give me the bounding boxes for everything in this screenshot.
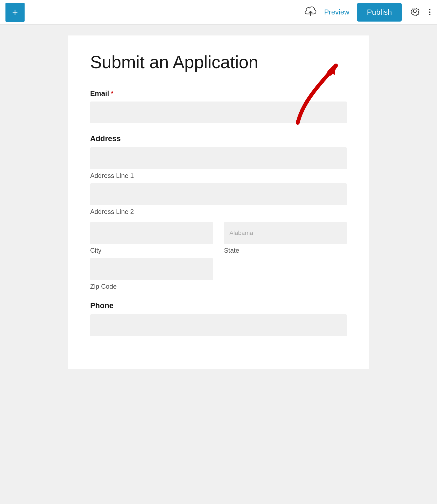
form-title: Submit an Application: [90, 52, 347, 73]
address-line2-input[interactable]: [90, 183, 347, 205]
content-wrapper: Submit an Application Email * Address Ad…: [0, 25, 437, 504]
email-field-group: Email *: [90, 89, 347, 123]
zip-input[interactable]: [90, 258, 213, 280]
gear-icon[interactable]: [409, 6, 420, 19]
zip-label: Zip Code: [90, 283, 213, 290]
address-line2-field: Address Line 2: [90, 183, 347, 216]
email-input[interactable]: [90, 102, 347, 123]
publish-button[interactable]: Publish: [357, 3, 402, 22]
address-section-label: Address: [90, 134, 347, 143]
email-label: Email *: [90, 89, 347, 98]
address-line1-field: Address Line 1: [90, 147, 347, 180]
address-line1-label: Address Line 1: [90, 172, 347, 180]
zip-field: Zip Code: [90, 258, 213, 290]
state-label: State: [224, 247, 347, 254]
phone-section-label: Phone: [90, 301, 347, 310]
required-marker: *: [111, 89, 113, 98]
toolbar-left: +: [5, 3, 25, 22]
address-field-group: Address Address Line 1 Address Line 2 Ci…: [90, 134, 347, 290]
address-line1-input[interactable]: [90, 147, 347, 169]
add-button[interactable]: +: [5, 3, 25, 22]
phone-input[interactable]: [90, 314, 347, 336]
cloud-upload-icon[interactable]: [305, 6, 317, 18]
more-options-icon[interactable]: [428, 8, 432, 16]
city-input[interactable]: [90, 222, 213, 244]
phone-field-group: Phone: [90, 301, 347, 336]
state-input[interactable]: [224, 222, 347, 244]
toolbar: + Preview Publish: [0, 0, 437, 25]
state-field: State: [224, 222, 347, 254]
form-container: Submit an Application Email * Address Ad…: [68, 35, 369, 369]
city-state-row: City State: [90, 222, 347, 254]
preview-link[interactable]: Preview: [324, 8, 349, 16]
city-label: City: [90, 247, 213, 254]
city-field: City: [90, 222, 213, 254]
address-line2-label: Address Line 2: [90, 208, 347, 216]
toolbar-right: Preview Publish: [305, 3, 432, 22]
